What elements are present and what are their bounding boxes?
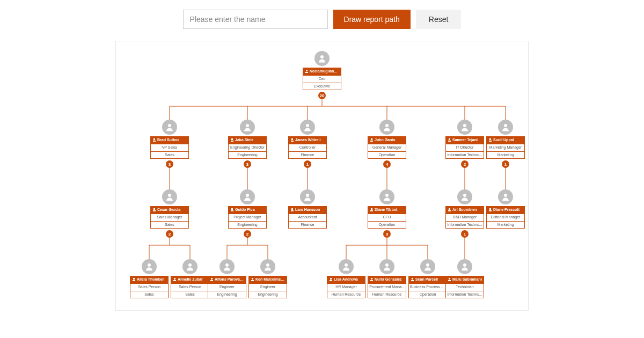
org-node[interactable]: Brad SuttonVP SalesSales3: [150, 120, 189, 168]
avatar: [379, 259, 394, 274]
reset-button[interactable]: Reset: [416, 10, 462, 29]
org-card-name: Nuria Gonzalez: [368, 276, 406, 283]
org-card: Diane TibbotCFOOperation: [368, 206, 406, 229]
avatar: [240, 189, 255, 204]
draw-report-path-button[interactable]: Draw report path: [333, 10, 411, 29]
org-card-title: Controller: [289, 144, 326, 151]
org-card-dept: Operation: [368, 221, 406, 229]
org-node[interactable]: Lars HanssonAccountantFinance: [288, 189, 327, 229]
svg-point-32: [385, 124, 389, 127]
org-card-title: Procurement Mana...: [368, 283, 406, 291]
org-node[interactable]: James WittrellControllerFinance1: [288, 120, 327, 168]
org-card-dept: Sales: [151, 221, 188, 229]
org-card-title: Business Process M...: [409, 283, 447, 291]
svg-point-38: [385, 194, 389, 197]
org-node[interactable]: Maru SubramaniTechnicianInformation Tech…: [445, 259, 484, 298]
org-card: Maru SubramaniTechnicianInformation Tech…: [445, 276, 484, 298]
avatar: [457, 189, 472, 204]
org-node[interactable]: Lisa AndrewsHR ManagerHuman Resource: [327, 259, 365, 298]
org-card: Sean PurcellBusiness Process M...Operati…: [408, 276, 447, 298]
org-node[interactable]: Nuria GonzalezProcurement Mana...Human R…: [368, 259, 406, 298]
avatar: [182, 259, 197, 274]
org-card: Annelie ZubarSales PersonSales: [171, 276, 209, 298]
svg-point-43: [225, 263, 229, 267]
org-card-title: Project Manager: [229, 214, 266, 221]
avatar: [379, 189, 394, 204]
svg-point-42: [188, 263, 192, 267]
svg-point-40: [504, 194, 507, 197]
svg-point-31: [306, 124, 309, 127]
avatar: [420, 259, 435, 274]
org-card: Alfons ParovszkyEngineerEngineering: [208, 276, 246, 298]
org-node[interactable]: Cesar GarciaSales ManagerSales2: [150, 189, 189, 238]
org-card-title: Marketing Manager: [487, 144, 524, 151]
org-card-title: Sales Manager: [151, 214, 188, 221]
org-card-dept: Human Resource: [368, 291, 406, 298]
org-card-name: Sameer Tejani: [446, 137, 484, 144]
org-card: Alicia ThomberSales PersonSales: [130, 276, 169, 298]
reports-count-badge: 4: [383, 160, 391, 168]
org-node[interactable]: Diane TibbotCFOOperation3: [368, 189, 406, 238]
org-card-name: Neelamugilan...: [303, 68, 341, 75]
org-card-name: Diane Tibbot: [368, 207, 406, 214]
org-card: Brad SuttonVP SalesSales: [150, 136, 189, 159]
org-card-title: Accountant: [289, 214, 326, 221]
reports-count-badge: 3: [383, 230, 391, 238]
avatar: [457, 259, 472, 274]
avatar: [142, 259, 157, 274]
svg-point-45: [345, 263, 348, 267]
svg-point-46: [385, 263, 389, 267]
reports-count-badge: 2: [244, 230, 251, 238]
svg-point-41: [148, 263, 151, 267]
org-node[interactable]: Guido PicaProject ManagerEngineering2: [228, 189, 267, 238]
svg-point-30: [246, 124, 249, 127]
reports-count-badge: 2: [166, 230, 173, 238]
org-card-dept: Sales: [151, 151, 188, 159]
svg-point-33: [463, 124, 466, 127]
org-card-name: Cesar Garcia: [151, 207, 188, 214]
avatar: [219, 259, 235, 274]
org-node[interactable]: Diane PrescottEditorial ManagerMarketing: [486, 189, 525, 229]
avatar: [300, 120, 315, 135]
org-card-name: Ari Suominen: [446, 207, 484, 214]
org-card-dept: Executive: [303, 83, 341, 90]
org-card-dept: Engineering: [229, 221, 266, 229]
org-card-dept: Information Techno...: [446, 291, 484, 298]
reports-count-badge: 1: [304, 160, 311, 168]
org-node[interactable]: Sameer TejaniIT DirectorInformation Tech…: [445, 120, 484, 168]
org-card-name: Ken Malcolmson: [249, 276, 287, 283]
org-card-dept: Information Techno...: [446, 221, 484, 229]
org-card-title: HR Manager: [327, 283, 365, 291]
org-node[interactable]: Alicia ThomberSales PersonSales: [130, 259, 169, 298]
org-card-dept: Operation: [368, 151, 406, 159]
org-node[interactable]: Alfons ParovszkyEngineerEngineering: [208, 259, 246, 298]
org-card-dept: Human Resource: [327, 291, 365, 298]
org-chart[interactable]: Neelamugilan...CeoExecutive20Brad Sutton…: [121, 51, 523, 297]
org-card-name: Alicia Thomber: [130, 276, 168, 283]
org-card-name: Lisa Andrews: [327, 276, 365, 283]
org-card: Cesar GarciaSales ManagerSales: [150, 206, 189, 229]
org-node[interactable]: Sunil UppalMarketing ManagerMarketing1: [486, 120, 525, 168]
org-card-title: IT Director: [446, 144, 484, 151]
org-card: Jaka SteleEngineering DirectorEngineerin…: [228, 136, 267, 159]
org-card-name: Guido Pica: [229, 207, 266, 214]
org-card: Nuria GonzalezProcurement Mana...Human R…: [368, 276, 406, 298]
org-node[interactable]: Neelamugilan...CeoExecutive20: [303, 51, 341, 99]
org-node[interactable]: Ari SuominenR&D ManagerInformation Techn…: [445, 189, 484, 238]
org-node[interactable]: Jaka SteleEngineering DirectorEngineerin…: [228, 120, 267, 168]
org-card: Neelamugilan...CeoExecutive: [303, 68, 341, 90]
org-card-name: Alfons Parovszky: [208, 276, 246, 283]
org-card-dept: Finance: [289, 221, 326, 229]
org-node[interactable]: Sean PurcellBusiness Process M...Operati…: [408, 259, 447, 298]
reports-count-badge: 3: [244, 160, 251, 168]
reports-count-badge: 3: [166, 160, 173, 168]
org-card: John GanioGeneral ManagerOperation: [368, 136, 406, 159]
org-card-name: Annelie Zubar: [171, 276, 209, 283]
org-node[interactable]: Ken MalcolmsonEngineerEngineering: [248, 259, 287, 298]
org-node[interactable]: John GanioGeneral ManagerOperation4: [368, 120, 406, 168]
search-input[interactable]: [183, 10, 328, 29]
avatar: [162, 189, 177, 204]
avatar: [162, 120, 177, 135]
org-node[interactable]: Annelie ZubarSales PersonSales: [171, 259, 209, 298]
org-card-title: Technician: [446, 283, 484, 291]
